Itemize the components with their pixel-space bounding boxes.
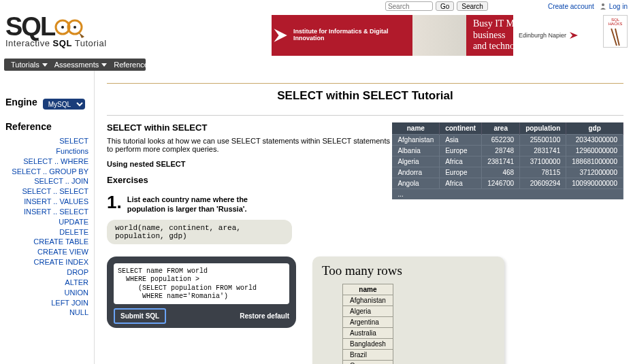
sql-editor[interactable]: SELECT name FROM world WHERE population … bbox=[114, 263, 289, 304]
create-account-link[interactable]: Create account bbox=[548, 3, 594, 10]
table-ellipsis: ... bbox=[392, 189, 623, 200]
menu-tutorials[interactable]: Tutorials bbox=[8, 61, 50, 69]
table-row: AlgeriaAfrica238174137100000188681000000 bbox=[392, 156, 623, 167]
exercise-number: 1. bbox=[107, 192, 122, 213]
table-row: AngolaAfrica124670020609294100990000000 bbox=[392, 178, 623, 189]
engine-select[interactable]: MySQL bbox=[43, 99, 85, 110]
sidebar-ref-link[interactable]: SELECT .. SELECT bbox=[5, 186, 88, 197]
world-sample-table: namecontinentareapopulationgdp Afghanist… bbox=[392, 122, 623, 199]
sidebar-ref-link[interactable]: DELETE bbox=[5, 227, 88, 237]
search-button[interactable]: Search bbox=[457, 1, 488, 11]
chevron-down-icon bbox=[101, 63, 107, 67]
sidebar-ref-link[interactable]: ALTER bbox=[5, 278, 88, 288]
reference-heading: Reference bbox=[5, 121, 88, 132]
sidebar-ref-link[interactable]: CREATE TABLE bbox=[5, 237, 88, 247]
logo-text: SQL bbox=[5, 12, 54, 41]
sql-hacks-badge[interactable]: SQL HACKS bbox=[603, 15, 628, 48]
sidebar-ref-link[interactable]: UPDATE bbox=[5, 217, 88, 227]
logo-subtitle: Interactive SQL Tutorial bbox=[5, 38, 115, 48]
logo-mascot-icon bbox=[54, 20, 86, 38]
result-row: Afghanistan bbox=[343, 295, 393, 305]
sidebar-ref-link[interactable]: Functions bbox=[5, 146, 88, 156]
restore-default-link[interactable]: Restore default bbox=[240, 312, 289, 320]
arrow-icon bbox=[272, 25, 289, 46]
ad-banner[interactable]: Institute for Informatics & Digital Inno… bbox=[272, 15, 584, 56]
sidebar-ref-link[interactable]: INSERT .. SELECT bbox=[5, 207, 88, 217]
chevron-down-icon bbox=[42, 63, 48, 67]
svg-point-4 bbox=[74, 26, 76, 29]
sidebar-ref-link[interactable]: UNION bbox=[5, 288, 88, 298]
table-row: AlbaniaEurope28748283174112960000000 bbox=[392, 146, 623, 156]
table-header: name bbox=[392, 122, 439, 135]
sidebar-ref-link[interactable]: SELECT .. JOIN bbox=[5, 176, 88, 186]
exercise-text: List each country name where the populat… bbox=[127, 192, 284, 214]
search-input[interactable] bbox=[385, 1, 433, 11]
sidebar-ref-link[interactable]: SELECT bbox=[5, 136, 88, 146]
chopsticks-icon bbox=[608, 27, 622, 47]
sidebar-ref-link[interactable]: INSERT .. VALUES bbox=[5, 197, 88, 207]
engine-heading: Engine bbox=[5, 97, 37, 107]
sql-editor-panel: SELECT name FROM world WHERE population … bbox=[107, 257, 296, 328]
result-title: Too many rows bbox=[322, 263, 495, 278]
svg-point-3 bbox=[61, 26, 64, 29]
sidebar-ref-link[interactable]: SELECT .. WHERE bbox=[5, 156, 88, 167]
result-header: name bbox=[343, 284, 393, 295]
login-link[interactable]: Log in bbox=[609, 3, 628, 10]
banner-image bbox=[412, 15, 466, 56]
sidebar-ref-link[interactable]: CREATE INDEX bbox=[5, 257, 88, 267]
menu-assessments[interactable]: Assessments bbox=[52, 61, 110, 69]
result-row: Argentina bbox=[343, 316, 393, 327]
main-menubar: Tutorials Assessments Reference bbox=[4, 59, 146, 71]
result-row: Australia bbox=[343, 327, 393, 338]
result-table: name AfghanistanAlgeriaArgentinaAustrali… bbox=[342, 284, 393, 364]
banner-institute: Institute for Informatics & Digital Inno… bbox=[293, 29, 406, 42]
result-row: Brazil bbox=[343, 349, 393, 360]
sidebar-ref-link[interactable]: DROP bbox=[5, 267, 88, 278]
result-panel: Too many rows name AfghanistanAlgeriaArg… bbox=[312, 257, 504, 364]
submit-sql-button[interactable]: Submit SQL bbox=[114, 308, 166, 324]
table-row: AndorraEurope468781153712000000 bbox=[392, 167, 623, 178]
chevron-down-icon bbox=[151, 63, 157, 67]
result-row: Bangladesh bbox=[343, 338, 393, 349]
schema-hint: world(name, continent, area, population,… bbox=[107, 220, 292, 244]
table-row: AfghanistanAsia6522302550010020343000000 bbox=[392, 135, 623, 146]
table-header: population bbox=[520, 122, 566, 135]
user-icon bbox=[600, 3, 606, 10]
go-button[interactable]: Go bbox=[436, 1, 454, 11]
result-row: Cameroon bbox=[343, 360, 393, 364]
table-header: area bbox=[482, 122, 520, 135]
svg-point-0 bbox=[602, 3, 604, 6]
table-header: continent bbox=[440, 122, 482, 135]
site-logo[interactable]: SQL Interactive SQL Tutorial bbox=[5, 15, 115, 48]
result-row: Algeria bbox=[343, 305, 393, 316]
sidebar-ref-link[interactable]: CREATE VIEW bbox=[5, 247, 88, 257]
table-header: gdp bbox=[566, 122, 623, 135]
banner-university: Edinburgh Napier bbox=[513, 15, 584, 56]
menu-reference[interactable]: Reference bbox=[111, 61, 159, 69]
page-title: SELECT within SELECT Tutorial bbox=[107, 89, 623, 103]
sidebar-ref-link[interactable]: NULL bbox=[5, 308, 88, 318]
sidebar-ref-link[interactable]: LEFT JOIN bbox=[5, 298, 88, 308]
sidebar-ref-link[interactable]: SELECT .. GROUP BY bbox=[5, 167, 88, 177]
